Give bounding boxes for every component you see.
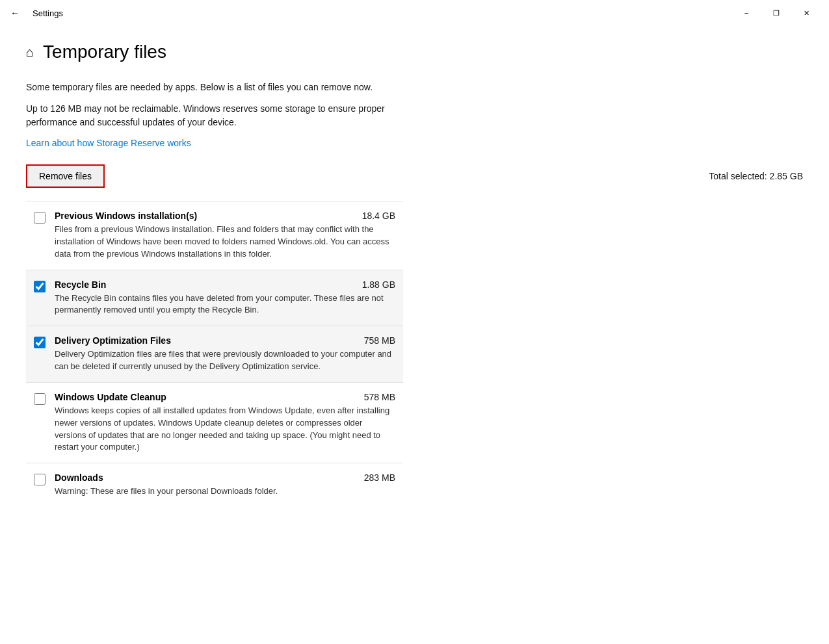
checkbox-windows-update-cleanup[interactable]	[34, 393, 46, 405]
file-name-previous-windows: Previous Windows installation(s)	[55, 211, 197, 221]
file-description-previous-windows: Files from a previous Windows installati…	[55, 224, 395, 261]
file-name-downloads: Downloads	[55, 472, 103, 483]
total-selected: Total selected: 2.85 GB	[709, 171, 803, 181]
storage-reserve-link[interactable]: Learn about how Storage Reserve works	[26, 138, 191, 148]
close-button[interactable]: ✕	[791, 3, 821, 23]
file-description-downloads: Warning: These are files in your persona…	[55, 485, 395, 498]
files-list: Previous Windows installation(s)18.4 GBF…	[26, 201, 403, 507]
file-size-delivery-optimization: 758 MB	[364, 335, 395, 346]
file-item-delivery-optimization: Delivery Optimization Files758 MBDeliver…	[26, 326, 403, 382]
title-bar-left: ← Settings	[8, 5, 63, 21]
action-bar: Remove files Total selected: 2.85 GB	[26, 164, 803, 188]
file-size-downloads: 283 MB	[364, 472, 395, 483]
page-title: Temporary files	[43, 42, 166, 62]
file-header-previous-windows: Previous Windows installation(s)18.4 GB	[55, 211, 395, 221]
main-content: ⌂ Temporary files Some temporary files a…	[0, 26, 829, 644]
description-2: Up to 126 MB may not be reclaimable. Win…	[26, 102, 390, 129]
file-header-delivery-optimization: Delivery Optimization Files758 MB	[55, 335, 395, 346]
back-button[interactable]: ←	[8, 5, 22, 21]
maximize-button[interactable]: ❐	[761, 3, 791, 23]
description-1: Some temporary files are needed by apps.…	[26, 81, 390, 94]
file-header-downloads: Downloads283 MB	[55, 472, 395, 483]
file-size-windows-update-cleanup: 578 MB	[364, 392, 395, 402]
title-bar-controls: − ❐ ✕	[731, 3, 821, 23]
file-item-downloads: Downloads283 MBWarning: These are files …	[26, 463, 403, 507]
checkbox-downloads[interactable]	[34, 474, 46, 485]
file-content-previous-windows: Previous Windows installation(s)18.4 GBF…	[55, 211, 395, 261]
minimize-button[interactable]: −	[731, 3, 761, 23]
checkbox-previous-windows[interactable]	[34, 212, 46, 224]
file-item-windows-update-cleanup: Windows Update Cleanup578 MBWindows keep…	[26, 382, 403, 463]
checkbox-recycle-bin[interactable]	[34, 281, 46, 292]
file-description-recycle-bin: The Recycle Bin contains files you have …	[55, 292, 395, 317]
file-name-windows-update-cleanup: Windows Update Cleanup	[55, 392, 166, 402]
checkbox-delivery-optimization[interactable]	[34, 337, 46, 348]
file-size-recycle-bin: 1.88 GB	[362, 279, 395, 290]
file-size-previous-windows: 18.4 GB	[362, 211, 395, 221]
page-header: ⌂ Temporary files	[26, 26, 803, 81]
file-name-delivery-optimization: Delivery Optimization Files	[55, 335, 171, 346]
file-item-recycle-bin: Recycle Bin1.88 GBThe Recycle Bin contai…	[26, 270, 403, 326]
file-description-windows-update-cleanup: Windows keeps copies of all installed up…	[55, 405, 395, 454]
file-content-recycle-bin: Recycle Bin1.88 GBThe Recycle Bin contai…	[55, 279, 395, 317]
title-bar-title: Settings	[33, 8, 63, 18]
file-header-recycle-bin: Recycle Bin1.88 GB	[55, 279, 395, 290]
title-bar: ← Settings − ❐ ✕	[0, 0, 829, 26]
file-description-delivery-optimization: Delivery Optimization files are files th…	[55, 348, 395, 373]
file-name-recycle-bin: Recycle Bin	[55, 279, 106, 290]
file-content-downloads: Downloads283 MBWarning: These are files …	[55, 472, 395, 498]
file-content-delivery-optimization: Delivery Optimization Files758 MBDeliver…	[55, 335, 395, 373]
file-item-previous-windows: Previous Windows installation(s)18.4 GBF…	[26, 201, 403, 270]
file-content-windows-update-cleanup: Windows Update Cleanup578 MBWindows keep…	[55, 392, 395, 454]
file-header-windows-update-cleanup: Windows Update Cleanup578 MB	[55, 392, 395, 402]
remove-files-button[interactable]: Remove files	[26, 164, 105, 188]
home-icon[interactable]: ⌂	[26, 45, 34, 60]
